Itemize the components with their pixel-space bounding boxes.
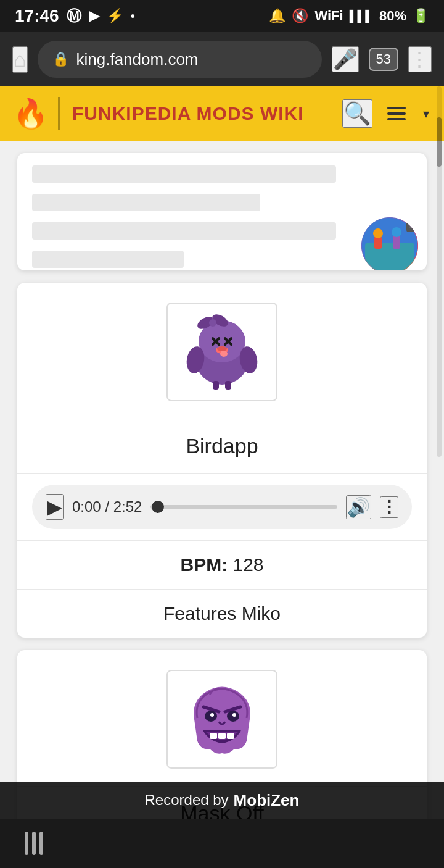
browser-bar: ⌂ 🔒 king.fandom.com 🎤 53 ⋮ xyxy=(0,32,444,86)
browser-more-button[interactable]: ⋮ xyxy=(408,46,432,72)
svg-point-27 xyxy=(232,713,236,717)
status-bar: 17:46 Ⓜ ▶ ⚡ • 🔔 🔇 WiFi ▌▌▌ 80% 🔋 xyxy=(0,0,444,32)
volume-button[interactable]: 🔊 xyxy=(346,495,371,519)
birdapp-card: Birdapp ▶ 0:00 / 2:52 🔊 ⋮ BPM: 128 xyxy=(17,283,427,638)
progress-thumb xyxy=(152,501,164,513)
fire-icon: 🔥 xyxy=(13,97,48,130)
svg-rect-20 xyxy=(225,381,231,390)
birdapp-character xyxy=(176,312,268,392)
svg-point-26 xyxy=(210,713,214,717)
time-total: 2:52 xyxy=(113,498,142,515)
tabs-button[interactable]: 53 xyxy=(369,48,398,71)
birdapp-title-row: Birdapp xyxy=(17,419,427,474)
bpm-row: BPM: 128 xyxy=(17,541,427,590)
menu-button[interactable] xyxy=(385,104,408,123)
status-icon-yt: ▶ xyxy=(89,8,99,24)
svg-point-21 xyxy=(220,351,228,357)
url-bar[interactable]: 🔒 king.fandom.com xyxy=(38,41,322,78)
play-button[interactable]: ▶ xyxy=(46,494,64,520)
url-text: king.fandom.com xyxy=(76,50,307,69)
time-current: 0:00 xyxy=(72,498,101,515)
scrollbar-track xyxy=(437,86,442,457)
page-content: ≡ xyxy=(0,141,444,841)
avatar: ≡ xyxy=(359,215,421,270)
signal-icon: ▌▌▌ xyxy=(350,10,373,23)
svg-point-10 xyxy=(209,319,216,327)
maskoff-character xyxy=(176,676,268,762)
lock-icon: 🔒 xyxy=(52,51,69,67)
fandom-header: 🔥 FUNKIPEDIA MODS WIKI 🔍 ▾ xyxy=(0,86,444,141)
mute-icon: 🔇 xyxy=(292,8,308,24)
line-3 xyxy=(32,222,336,240)
svg-point-16 xyxy=(217,346,227,351)
line-4 xyxy=(32,251,184,268)
alarm-icon: 🔔 xyxy=(269,8,286,24)
line-1 xyxy=(32,165,336,183)
recorded-bar: Recorded by MobiZen xyxy=(0,782,444,819)
maskoff-image-box xyxy=(166,670,278,769)
wiki-title: FUNKIPEDIA MODS WIKI xyxy=(72,103,330,124)
menu-arrow-icon: ▾ xyxy=(423,106,429,121)
menu-line-2 xyxy=(387,112,406,115)
fandom-logo: 🔥 xyxy=(15,95,46,132)
recorded-text: Recorded by MobiZen xyxy=(145,791,300,810)
recorded-label: Recorded by xyxy=(145,791,229,809)
status-icon-m: Ⓜ xyxy=(67,6,81,26)
audio-player: ▶ 0:00 / 2:52 🔊 ⋮ xyxy=(32,485,412,529)
progress-track[interactable] xyxy=(150,505,337,509)
birdapp-title: Birdapp xyxy=(186,434,258,457)
top-card-partial: ≡ xyxy=(17,153,427,270)
nav-line-3 xyxy=(39,832,43,855)
audio-more-button[interactable]: ⋮ xyxy=(380,496,398,518)
svg-rect-4 xyxy=(393,235,400,249)
svg-point-3 xyxy=(373,228,383,238)
bpm-label: BPM: xyxy=(180,554,228,575)
time-display: 0:00 / 2:52 xyxy=(72,498,142,515)
home-button[interactable]: ⌂ xyxy=(12,46,28,73)
search-button[interactable]: 🔍 xyxy=(342,99,372,128)
scrollbar-thumb[interactable] xyxy=(437,117,442,167)
audio-player-row: ▶ 0:00 / 2:52 🔊 ⋮ xyxy=(17,474,427,541)
nav-line-2 xyxy=(32,832,36,855)
nav-line-1 xyxy=(25,832,28,855)
status-time: 17:46 xyxy=(15,6,59,26)
wifi-icon: WiFi xyxy=(314,8,343,24)
status-icon-dot: • xyxy=(131,9,135,23)
svg-rect-19 xyxy=(213,381,219,390)
status-icon-bolt: ⚡ xyxy=(107,8,123,24)
mic-button[interactable]: 🎤 xyxy=(332,46,359,72)
birdapp-image-box xyxy=(166,303,278,401)
back-button[interactable] xyxy=(25,832,43,855)
menu-line-1 xyxy=(387,107,406,109)
bpm-value: 128 xyxy=(232,554,263,575)
features-text: Features Miko xyxy=(163,603,281,624)
nav-lines xyxy=(25,832,43,855)
svg-rect-28 xyxy=(210,733,217,739)
mobizen-label: MobiZen xyxy=(234,791,300,810)
menu-line-3 xyxy=(387,118,406,120)
avatar-note: ≡ xyxy=(406,219,417,232)
svg-point-5 xyxy=(392,227,401,237)
battery-icon: 🔋 xyxy=(413,8,429,24)
bottom-nav xyxy=(0,819,444,868)
birdapp-image-row xyxy=(17,283,427,419)
svg-rect-29 xyxy=(218,733,226,739)
status-left: 17:46 Ⓜ ▶ ⚡ • xyxy=(15,6,135,26)
svg-rect-1 xyxy=(365,243,414,270)
line-2 xyxy=(32,194,260,211)
status-right: 🔔 🔇 WiFi ▌▌▌ 80% 🔋 xyxy=(269,8,429,24)
maskoff-image-row xyxy=(17,650,427,787)
battery-text: 80% xyxy=(379,8,406,24)
svg-rect-30 xyxy=(227,733,234,739)
time-separator: / xyxy=(105,498,113,515)
header-divider xyxy=(58,97,60,130)
features-row: Features Miko xyxy=(17,590,427,638)
